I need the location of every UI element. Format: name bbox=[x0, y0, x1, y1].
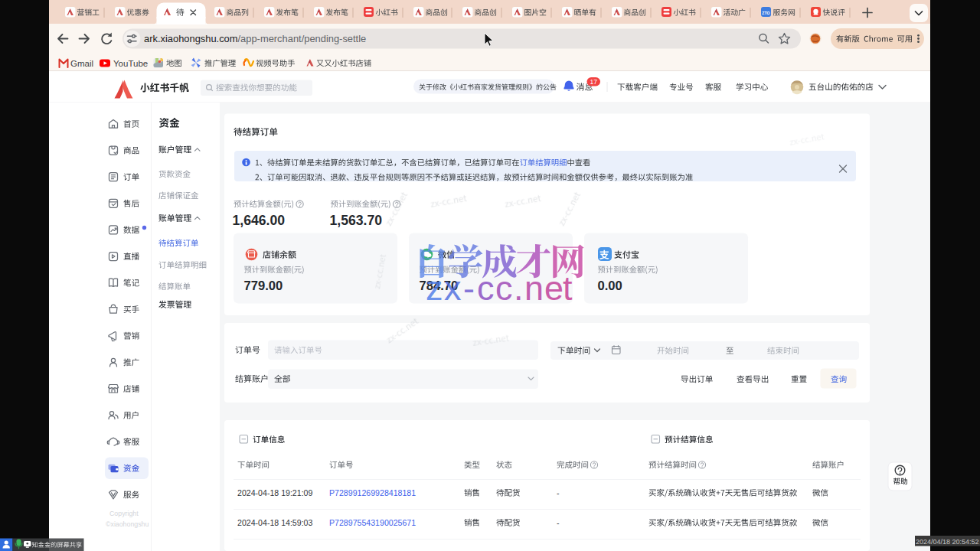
svg-text:e: e bbox=[544, 269, 564, 308]
svg-text:1,646.00: 1,646.00 bbox=[233, 213, 286, 228]
svg-text:1,563.70: 1,563.70 bbox=[330, 213, 383, 228]
svg-text:x: x bbox=[444, 269, 462, 308]
svg-text:P728975543190025671: P728975543190025671 bbox=[329, 518, 416, 527]
svg-text:ark.xiaohongshu.com/app-mercha: ark.xiaohongshu.com/app-merchant/pending… bbox=[144, 33, 366, 44]
svg-text:c: c bbox=[495, 269, 513, 308]
svg-text:2024-04-18 19:21:09: 2024-04-18 19:21:09 bbox=[237, 488, 312, 497]
svg-text:779.00: 779.00 bbox=[244, 279, 283, 293]
svg-text:.: . bbox=[514, 269, 524, 308]
svg-text:2024-04-18 14:59:03: 2024-04-18 14:59:03 bbox=[237, 518, 312, 527]
svg-text:z: z bbox=[426, 269, 443, 308]
svg-text:ZTO: ZTO bbox=[762, 11, 769, 15]
svg-text:-: - bbox=[557, 518, 560, 527]
svg-text:n: n bbox=[524, 269, 544, 308]
svg-text:©xiaohongshu: ©xiaohongshu bbox=[106, 520, 149, 528]
svg-text:Copyright: Copyright bbox=[109, 510, 139, 517]
svg-text:t: t bbox=[563, 269, 573, 308]
svg-text:c: c bbox=[477, 269, 495, 308]
svg-text:-: - bbox=[557, 488, 560, 497]
svg-text:2024/04/18 20:54:52: 2024/04/18 20:54:52 bbox=[916, 538, 979, 546]
svg-text:0.00: 0.00 bbox=[598, 279, 622, 293]
svg-text:P728991269928418181: P728991269928418181 bbox=[329, 488, 416, 497]
svg-text:Gmail: Gmail bbox=[70, 59, 93, 68]
svg-text:-: - bbox=[463, 269, 475, 308]
svg-text:YouTube: YouTube bbox=[113, 59, 148, 68]
svg-text:17: 17 bbox=[590, 78, 597, 86]
